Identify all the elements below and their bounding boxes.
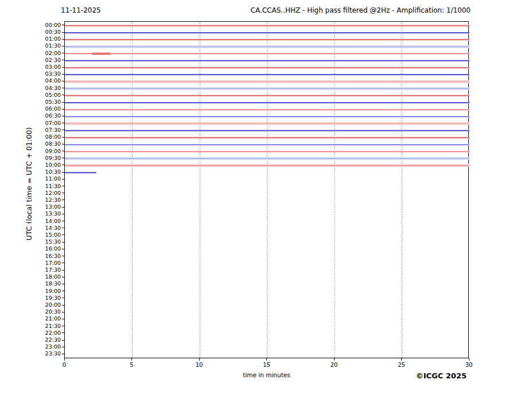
y-tick [62,214,64,214]
y-tick-label: 04:00 [38,78,61,84]
y-tick-label: 22:30 [38,337,61,343]
y-tick-label: 07:00 [38,120,61,126]
y-tick [62,165,64,165]
y-tick-label: 16:00 [38,246,61,252]
y-tick-label: 01:30 [38,43,61,49]
trace-0500 [65,95,469,96]
copyright-label: ©ICGC 2025 [416,371,467,380]
y-tick [62,263,64,263]
y-tick [62,277,64,277]
y-tick [62,137,64,138]
plot-area [64,21,469,358]
y-tick-label: 12:00 [38,190,61,196]
y-tick [62,116,64,116]
trace-1030 [65,172,96,173]
trace-0000 [65,25,469,26]
trace-0100 [65,39,469,40]
y-tick-label: 18:00 [38,274,61,280]
y-tick [62,81,64,81]
x-tick [131,358,132,361]
trace-0600 [65,109,469,111]
y-tick-label: 05:00 [38,92,61,98]
y-tick-label: 10:00 [38,162,61,168]
y-tick-label: 10:30 [38,169,61,175]
y-tick [62,32,64,33]
trace-0700 [65,123,469,124]
x-tick-label: 15 [255,362,278,369]
plot-title: CA.CCAS..HHZ - High pass filtered @2Hz -… [251,6,471,15]
gridline-25min [402,22,402,358]
y-tick-label: 22:00 [38,330,61,336]
y-tick [62,312,64,312]
trace-0830 [65,144,469,146]
y-tick [62,53,64,53]
trace-0230 [65,60,469,61]
y-tick-label: 19:00 [38,288,61,294]
x-tick-label: 25 [390,362,413,369]
y-tick-label: 07:30 [38,127,61,133]
x-tick [334,358,335,361]
y-tick [62,193,64,193]
y-tick [62,95,64,95]
y-tick [62,347,64,347]
y-tick-label: 08:00 [38,134,61,140]
y-tick [62,123,64,123]
y-tick-label: 18:30 [38,281,61,287]
y-axis-label: UTC (local time = UTC + 01:00) [25,98,33,270]
y-tick [62,234,64,235]
y-tick-label: 06:00 [38,106,61,112]
y-tick [62,228,64,228]
trace-0030 [65,32,469,33]
x-tick [64,358,65,361]
y-tick [62,256,64,256]
y-tick [62,74,64,75]
trace-0330 [65,74,469,75]
y-tick [62,179,64,179]
y-tick-label: 09:00 [38,148,61,154]
y-tick [62,284,64,284]
y-tick [62,298,64,298]
helicorder-figure: 11-11-2025 CA.CCAS..HHZ - High pass filt… [0,0,532,399]
gridline-10min [200,22,200,358]
y-tick [62,200,64,200]
y-tick-label: 08:30 [38,141,61,147]
y-tick [62,354,64,354]
trace-0530 [65,102,469,103]
x-tick-label: 30 [457,362,480,369]
event-burst-core [92,53,111,54]
y-tick-label: 09:30 [38,155,61,161]
y-tick [62,60,64,60]
y-tick-label: 21:00 [38,316,61,322]
gridline-20min [335,22,335,358]
trace-0730 [65,130,469,131]
y-tick-label: 00:00 [38,22,61,28]
y-tick [62,46,64,46]
y-tick-label: 03:00 [38,64,61,70]
gridline-15min [267,22,267,358]
y-tick-label: 16:30 [38,253,61,259]
trace-0630 [65,116,469,118]
y-tick [62,130,64,130]
y-tick [62,172,64,173]
trace-0930 [65,158,469,159]
x-tick-label: 20 [323,362,345,369]
y-tick-label: 14:00 [38,218,61,224]
gridline-5min [132,22,133,358]
trace-0900 [65,151,469,152]
y-tick [62,242,64,242]
y-tick-label: 11:30 [38,183,61,189]
trace-0400 [65,81,469,83]
y-tick-label: 11:00 [38,176,61,182]
y-tick-label: 05:30 [38,99,61,105]
y-tick-label: 12:30 [38,197,61,203]
x-axis-label: time in minutes [64,371,469,378]
y-tick-label: 06:30 [38,113,61,119]
y-tick-label: 04:30 [38,85,61,91]
y-tick [62,67,64,68]
x-tick [401,358,402,361]
y-tick-label: 13:30 [38,211,61,217]
y-tick [62,221,64,221]
y-tick-label: 23:30 [38,351,61,357]
y-tick-label: 19:30 [38,295,61,301]
y-tick [62,102,64,103]
